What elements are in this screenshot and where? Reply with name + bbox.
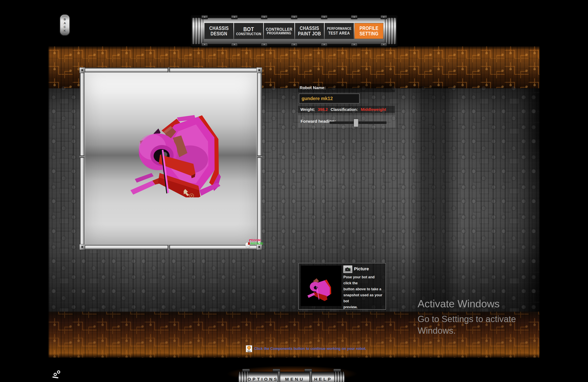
nav-clamp bbox=[291, 15, 297, 19]
classification-value: Middleweight bbox=[361, 107, 386, 112]
menu-button[interactable]: MENU bbox=[279, 377, 311, 382]
back-letter: K bbox=[64, 29, 66, 33]
tips-icon: tips bbox=[246, 345, 252, 352]
nav-clamp bbox=[351, 43, 357, 47]
zoom-hint-label: ZOOM bbox=[251, 239, 261, 242]
activate-windows-title: Activate Windows bbox=[418, 298, 500, 310]
robot-name-label-strip: Robot Name: bbox=[298, 84, 395, 92]
tip-text: Click the Components button to continue … bbox=[254, 346, 366, 351]
camera-icon bbox=[345, 267, 351, 271]
picture-panel-title: Picture bbox=[354, 266, 369, 271]
tab-controller-programming[interactable]: CONTROLLER PROGRAMMING bbox=[264, 23, 294, 39]
nav-clamp bbox=[381, 43, 387, 47]
nav-clamp bbox=[201, 43, 208, 47]
rotate-hint-label: -ROTATE bbox=[250, 242, 263, 245]
help-button[interactable]: HELP bbox=[307, 377, 339, 382]
nav-clamp bbox=[381, 15, 387, 19]
classification-label: Classification: bbox=[331, 107, 358, 112]
nav-clamp bbox=[201, 15, 208, 19]
nav-clamp bbox=[261, 43, 267, 47]
bot-preview-frame: ZOOM -ROTATE bbox=[80, 68, 262, 250]
back-button[interactable]: B A C K bbox=[59, 14, 70, 36]
nav-clamp bbox=[351, 15, 357, 19]
bottom-menu-bar: OPTIONS MENU HELP bbox=[238, 369, 345, 382]
nav-clamp bbox=[231, 15, 238, 19]
bot-snapshot-thumbnail bbox=[301, 266, 341, 306]
weight-classification-row: Weight: 398.2 Classification: Middleweig… bbox=[298, 106, 395, 113]
nav-clamp bbox=[261, 15, 267, 19]
take-snapshot-button[interactable] bbox=[343, 266, 352, 273]
tab-chassis-design[interactable]: CHASSIS DESIGN bbox=[204, 23, 233, 39]
picture-panel-description: Pose your bot and click the button above… bbox=[343, 274, 383, 310]
activate-windows-subtitle: Go to Settings to activate Windows. bbox=[418, 313, 516, 336]
tab-profile-setting[interactable]: PROFILE SETTING bbox=[354, 23, 383, 39]
tab-chassis-paint-job[interactable]: CHASSIS PAINT JOB bbox=[295, 23, 324, 39]
tab-performance-test-area[interactable]: PERFORMANCE TEST AREA bbox=[325, 23, 354, 39]
back-letter: B bbox=[64, 17, 66, 21]
weight-value: 398.2 bbox=[318, 107, 328, 112]
svg-text:tips: tips bbox=[247, 350, 251, 352]
viewport-controls-hint: ZOOM -ROTATE bbox=[246, 239, 264, 250]
weight-label: Weight: bbox=[300, 107, 315, 112]
decorative-slash bbox=[52, 376, 59, 378]
top-nav-bar: CHASSIS DESIGN BOT CONSTRUCTION CONTROLL… bbox=[190, 15, 398, 47]
robot-name-value: gundere mk12 bbox=[302, 96, 333, 101]
back-letter: A bbox=[64, 21, 66, 25]
bot-thumbnail-image bbox=[301, 266, 341, 306]
options-button[interactable]: OPTIONS bbox=[247, 377, 279, 382]
robot-name-input[interactable]: gundere mk12 bbox=[299, 94, 360, 103]
decorative-ring bbox=[57, 370, 60, 374]
nav-clamp bbox=[321, 43, 327, 47]
nav-clamp bbox=[291, 43, 297, 47]
decorative-ring bbox=[54, 373, 57, 376]
nav-clamp bbox=[231, 43, 238, 47]
nav-clamp bbox=[321, 15, 327, 19]
back-letter: C bbox=[64, 25, 66, 29]
forward-heading-slider-handle[interactable] bbox=[354, 119, 358, 127]
nav-end-cap-left bbox=[192, 18, 203, 44]
robot-3d-model[interactable] bbox=[128, 105, 224, 197]
nav-end-cap-right bbox=[385, 18, 396, 44]
robot-name-label: Robot Name: bbox=[300, 85, 326, 90]
tab-bot-construction[interactable]: BOT CONSTRUCTION bbox=[234, 23, 263, 39]
